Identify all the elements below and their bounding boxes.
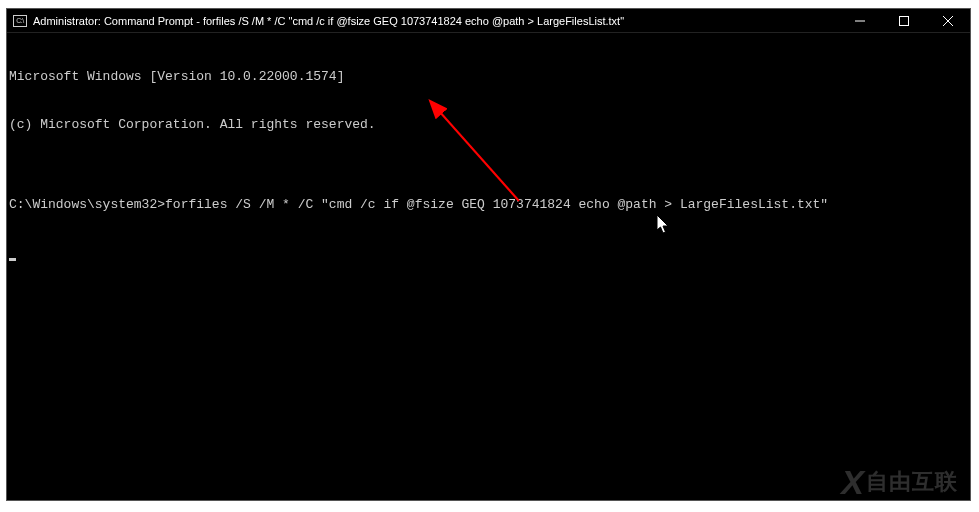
minimize-button[interactable] <box>838 9 882 32</box>
terminal-body[interactable]: Microsoft Windows [Version 10.0.22000.15… <box>7 33 970 500</box>
text-cursor <box>9 258 16 261</box>
watermark-logo: X <box>841 474 862 490</box>
watermark-text: 自由互联 <box>866 474 958 490</box>
prompt-path: C:\Windows\system32> <box>9 197 165 212</box>
window-title: Administrator: Command Prompt - forfiles… <box>33 15 624 27</box>
maximize-button[interactable] <box>882 9 926 32</box>
command-text: forfiles /S /M * /C "cmd /c if @fsize GE… <box>165 197 828 212</box>
terminal-line <box>9 245 968 261</box>
terminal-line: C:\Windows\system32>forfiles /S /M * /C … <box>9 197 968 213</box>
command-prompt-window: C:\ Administrator: Command Prompt - forf… <box>6 8 971 501</box>
terminal-line: (c) Microsoft Corporation. All rights re… <box>9 117 968 133</box>
svg-rect-1 <box>900 16 909 25</box>
watermark: X 自由互联 <box>841 474 958 490</box>
close-button[interactable] <box>926 9 970 32</box>
terminal-line: Microsoft Windows [Version 10.0.22000.15… <box>9 69 968 85</box>
title-bar[interactable]: C:\ Administrator: Command Prompt - forf… <box>7 9 970 33</box>
cmd-icon: C:\ <box>13 15 27 27</box>
window-controls <box>838 9 970 32</box>
annotation-arrow <box>7 33 970 500</box>
